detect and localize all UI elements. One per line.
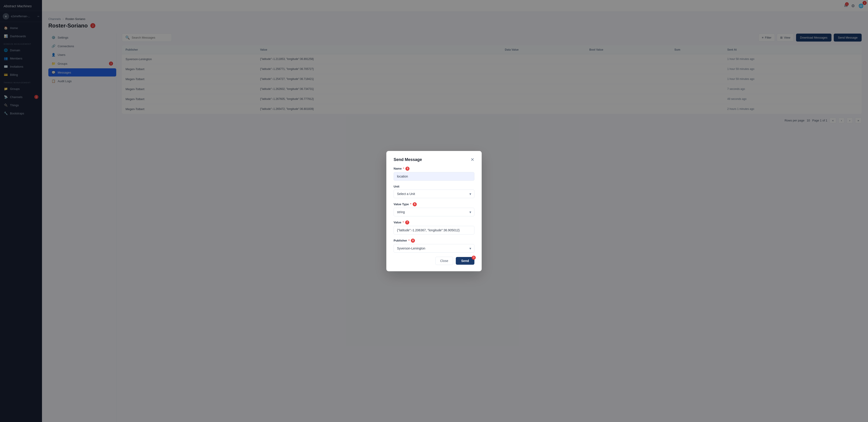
name-required: * [403, 167, 404, 170]
unit-select-wrapper: Select a Unit [394, 189, 474, 198]
unit-select[interactable]: Select a Unit [394, 189, 474, 198]
publisher-field-group: Publisher * 8 Syverson-Lenington [394, 239, 474, 253]
value-type-field-group: Value Type * 6 string number boolean [394, 202, 474, 216]
publisher-label: Publisher * 8 [394, 239, 474, 243]
publisher-select-wrapper: Syverson-Lenington [394, 244, 474, 253]
value-step-badge: 7 [405, 220, 409, 224]
modal-footer: Close Send 9 [394, 257, 474, 265]
unit-label: Unit [394, 185, 474, 188]
modal-close-button[interactable]: ✕ [470, 157, 474, 162]
close-button[interactable]: Close [435, 257, 453, 265]
send-message-modal: Send Message ✕ Name * 5 Unit Select a Un… [386, 151, 482, 271]
send-button-wrapper: Send 9 [456, 257, 474, 265]
modal-title: Send Message [394, 157, 422, 162]
modal-overlay: Send Message ✕ Name * 5 Unit Select a Un… [0, 0, 868, 422]
name-field-group: Name * 5 [394, 167, 474, 181]
value-field-group: Value * 7 [394, 220, 474, 235]
modal-header: Send Message ✕ [394, 157, 474, 162]
name-label: Name * 5 [394, 167, 474, 171]
name-input[interactable] [394, 172, 474, 181]
value-label: Value * 7 [394, 220, 474, 224]
value-type-step-badge: 6 [413, 202, 417, 206]
value-type-select-wrapper: string number boolean [394, 208, 474, 216]
value-type-select[interactable]: string number boolean [394, 208, 474, 216]
value-type-required: * [410, 203, 411, 206]
send-step-badge: 9 [472, 255, 476, 260]
publisher-step-badge: 8 [411, 239, 415, 243]
value-input[interactable] [394, 226, 474, 235]
value-type-label: Value Type * 6 [394, 202, 474, 206]
unit-field-group: Unit Select a Unit [394, 185, 474, 198]
name-step-badge: 5 [405, 167, 409, 171]
publisher-required: * [408, 239, 409, 242]
publisher-select[interactable]: Syverson-Lenington [394, 244, 474, 253]
value-required: * [403, 221, 404, 224]
